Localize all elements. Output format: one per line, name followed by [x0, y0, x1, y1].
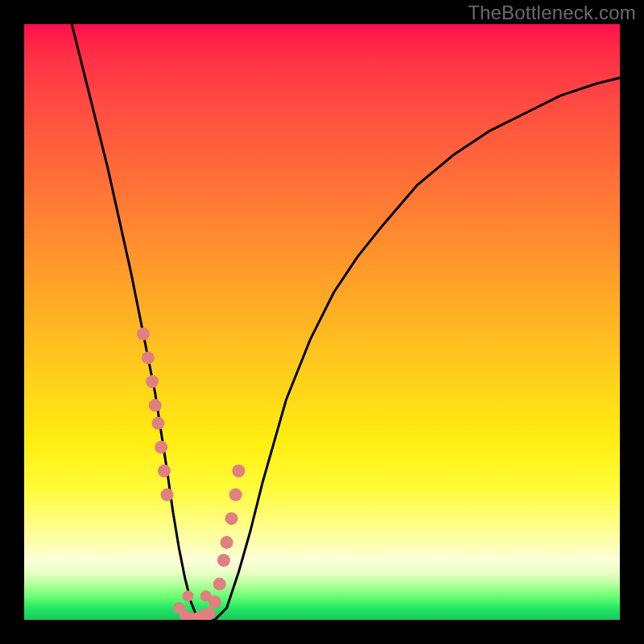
data-dot	[221, 536, 233, 549]
data-dots	[137, 328, 245, 620]
data-dot	[161, 489, 174, 502]
data-dot	[155, 440, 167, 453]
data-dot	[137, 328, 150, 341]
watermark-text: TheBottleneck.com	[468, 2, 636, 24]
plot-area	[24, 24, 620, 620]
data-dot	[158, 464, 171, 477]
data-dot	[217, 554, 230, 567]
data-dot	[152, 417, 165, 430]
data-dot	[229, 489, 242, 502]
data-dot	[142, 351, 155, 364]
data-dot	[149, 399, 162, 412]
data-dot	[146, 375, 159, 388]
chart-container: TheBottleneck.com	[0, 0, 644, 644]
data-dot	[200, 590, 212, 601]
data-dot	[232, 464, 245, 477]
data-dot	[225, 512, 238, 525]
chart-svg	[24, 24, 620, 620]
data-dot	[213, 578, 226, 591]
bottleneck-curve	[72, 24, 620, 620]
data-dot	[183, 590, 194, 601]
